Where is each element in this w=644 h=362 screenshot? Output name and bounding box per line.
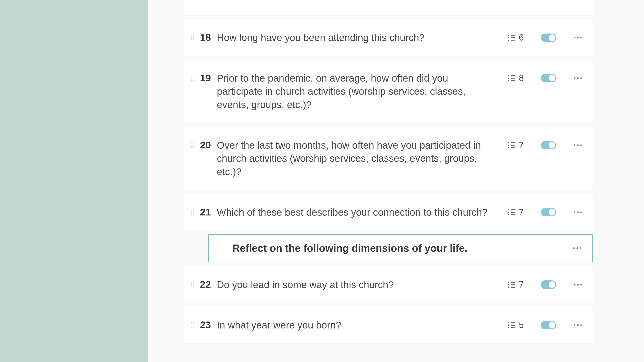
- list-icon: [508, 322, 515, 328]
- question-row[interactable]: 18 How long have you been attending this…: [184, 20, 593, 56]
- question-meta: 7: [508, 207, 582, 217]
- toggle-switch[interactable]: [541, 280, 556, 289]
- option-count-value: 7: [519, 280, 524, 290]
- section-header-wrapper: Reflect on the following dimensions of y…: [184, 234, 593, 262]
- question-number: 23: [200, 319, 212, 332]
- question-meta: 5: [508, 320, 582, 330]
- toggle-switch[interactable]: [541, 321, 556, 330]
- question-text: In what year were you born?: [217, 319, 503, 332]
- option-count-value: 6: [519, 32, 524, 43]
- more-menu-icon[interactable]: [573, 142, 582, 149]
- more-menu-icon[interactable]: [573, 74, 582, 82]
- question-number: 18: [200, 31, 212, 44]
- drag-handle-icon[interactable]: [190, 74, 195, 82]
- question-text: Which of these best describes your conne…: [217, 206, 503, 219]
- list-icon: [508, 75, 515, 81]
- toggle-switch[interactable]: [541, 208, 556, 216]
- more-menu-icon[interactable]: [572, 245, 582, 252]
- drag-handle-icon[interactable]: [190, 281, 195, 288]
- main-content-panel: 18 How long have you been attending this…: [148, 0, 644, 362]
- option-count: 7: [508, 207, 524, 217]
- question-row[interactable]: 20 Over the last two months, how often h…: [184, 128, 593, 190]
- list-icon: [508, 142, 515, 148]
- question-text: Do you lead in some way at this church?: [217, 278, 503, 292]
- more-menu-icon[interactable]: [573, 281, 582, 288]
- option-count: 6: [508, 32, 524, 43]
- question-number: 22: [200, 278, 212, 291]
- question-meta: 7: [508, 280, 582, 290]
- question-number: 19: [200, 72, 212, 85]
- question-row[interactable]: 23 In what year were you born? 5: [184, 307, 593, 343]
- option-count: 7: [508, 140, 524, 150]
- list-icon: [508, 209, 515, 215]
- more-menu-icon[interactable]: [573, 209, 582, 216]
- question-row[interactable]: 22 Do you lead in some way at this churc…: [184, 267, 593, 303]
- question-meta: 7: [508, 140, 582, 150]
- question-text: How long have you been attending this ch…: [217, 31, 503, 44]
- option-count: 5: [508, 320, 524, 330]
- option-count-value: 8: [519, 73, 524, 83]
- section-header[interactable]: Reflect on the following dimensions of y…: [208, 234, 593, 262]
- drag-handle-icon[interactable]: [190, 209, 195, 216]
- more-menu-icon[interactable]: [573, 34, 582, 41]
- drag-handle-icon[interactable]: [190, 34, 195, 41]
- toggle-switch[interactable]: [541, 74, 556, 82]
- question-number: 20: [200, 139, 212, 152]
- drag-handle-icon[interactable]: [190, 322, 195, 329]
- question-number: 21: [200, 206, 212, 219]
- question-row[interactable]: 19 Prior to the pandemic, on average, ho…: [184, 60, 593, 123]
- option-count: 7: [508, 280, 524, 290]
- question-text: Prior to the pandemic, on average, how o…: [217, 72, 503, 112]
- previous-question-row[interactable]: [184, 0, 593, 15]
- toggle-switch[interactable]: [541, 141, 556, 149]
- option-count: 8: [508, 73, 524, 83]
- question-meta: 6: [508, 32, 582, 43]
- more-menu-icon[interactable]: [573, 322, 582, 329]
- toggle-switch[interactable]: [541, 33, 556, 42]
- list-icon: [508, 282, 515, 288]
- question-row[interactable]: 21 Which of these best describes your co…: [184, 195, 593, 231]
- list-icon: [508, 35, 515, 41]
- drag-handle-icon[interactable]: [190, 142, 195, 149]
- drag-handle-icon[interactable]: [214, 245, 218, 252]
- question-meta: 8: [508, 73, 582, 83]
- question-text: Over the last two months, how often have…: [217, 139, 503, 179]
- questions-list: 18 How long have you been attending this…: [184, 0, 593, 348]
- option-count-value: 7: [519, 140, 524, 150]
- option-count-value: 5: [519, 320, 524, 330]
- section-title: Reflect on the following dimensions of y…: [232, 242, 558, 254]
- option-count-value: 7: [519, 207, 524, 217]
